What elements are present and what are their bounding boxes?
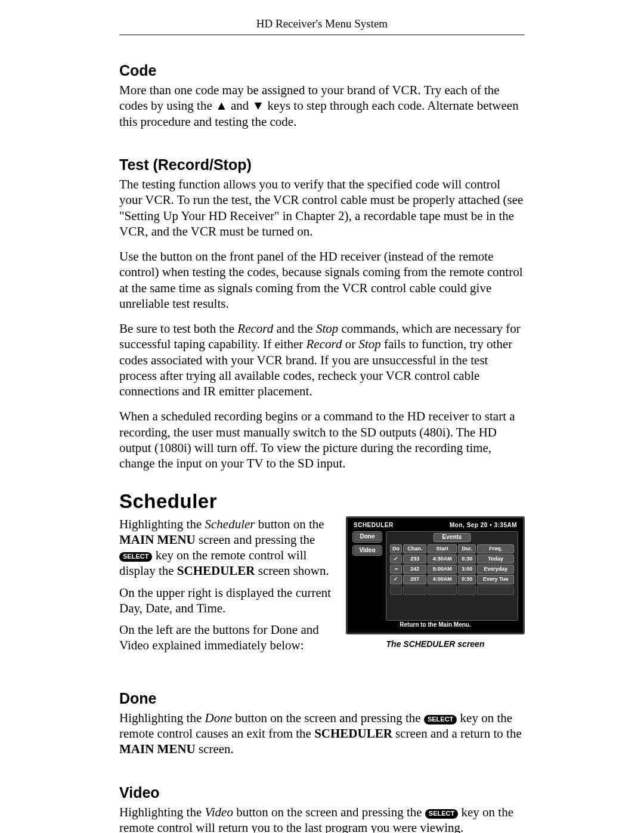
scheduler-text: Highlighting the Scheduler button on the… bbox=[119, 516, 333, 663]
scheduler-figure: SCHEDULER Mon, Sep 20 • 3:35AM Done Vide… bbox=[346, 516, 525, 650]
fig-title: SCHEDULER bbox=[354, 522, 394, 529]
fig-events-label: Events bbox=[434, 533, 471, 542]
running-head: HD Receiver's Menu System bbox=[119, 17, 525, 35]
para-sched-2: On the upper right is displayed the curr… bbox=[119, 585, 333, 617]
para-code: More than one code may be assigned to yo… bbox=[119, 82, 525, 129]
fig-events-table: Do Chan. Start Dur. Freq. ✓ 233 4:30AM 0… bbox=[389, 543, 515, 596]
scheduler-screenshot: SCHEDULER Mon, Sep 20 • 3:35AM Done Vide… bbox=[346, 516, 525, 634]
para-test-4: When a scheduled recording begins or a c… bbox=[119, 408, 525, 471]
top-rule bbox=[119, 35, 525, 35]
table-row[interactable]: ✓ 233 4:30AM 0:30 Today bbox=[390, 555, 514, 563]
para-test-2: Use the button on the front panel of the… bbox=[119, 249, 525, 311]
fig-footer: Return to the Main Menu. bbox=[348, 621, 523, 629]
para-sched-1: Highlighting the Scheduler button on the… bbox=[119, 516, 333, 579]
select-key-icon: SELECT bbox=[425, 809, 458, 819]
page: HD Receiver's Menu System Code More than… bbox=[36, 0, 608, 833]
heading-scheduler: Scheduler bbox=[119, 489, 525, 513]
table-row[interactable]: 📼 242 5:00AM 3:00 Everyday bbox=[390, 565, 514, 574]
heading-done: Done bbox=[119, 689, 525, 708]
para-sched-3: On the left are the buttons for Done and… bbox=[119, 622, 333, 654]
para-video: Highlighting the Video button on the scr… bbox=[119, 804, 525, 833]
para-test-3: Be sure to test both the Record and the … bbox=[119, 321, 525, 399]
select-key-icon: SELECT bbox=[424, 715, 457, 724]
heading-video: Video bbox=[119, 784, 525, 802]
fig-left-buttons: Done Video bbox=[352, 531, 382, 621]
heading-code: Code bbox=[119, 61, 525, 80]
table-row[interactable]: ✓ 207 4:00AM 0:30 Every Tue bbox=[390, 575, 514, 584]
para-done: Highlighting the Done button on the scre… bbox=[119, 710, 525, 757]
table-header-row: Do Chan. Start Dur. Freq. bbox=[390, 544, 514, 553]
heading-test: Test (Record/Stop) bbox=[119, 156, 525, 174]
fig-events-panel: Events Do Chan. Start Dur. Freq. ✓ bbox=[386, 531, 518, 621]
fig-video-button[interactable]: Video bbox=[352, 545, 382, 556]
select-key-icon: SELECT bbox=[119, 552, 152, 562]
para-test-1: The testing function allows you to verif… bbox=[119, 176, 525, 239]
fig-caption: The SCHEDULER screen bbox=[346, 639, 525, 650]
table-row[interactable] bbox=[390, 586, 514, 595]
fig-done-button[interactable]: Done bbox=[352, 531, 382, 543]
fig-datetime: Mon, Sep 20 • 3:35AM bbox=[450, 522, 517, 529]
scheduler-row: Highlighting the Scheduler button on the… bbox=[119, 516, 525, 663]
